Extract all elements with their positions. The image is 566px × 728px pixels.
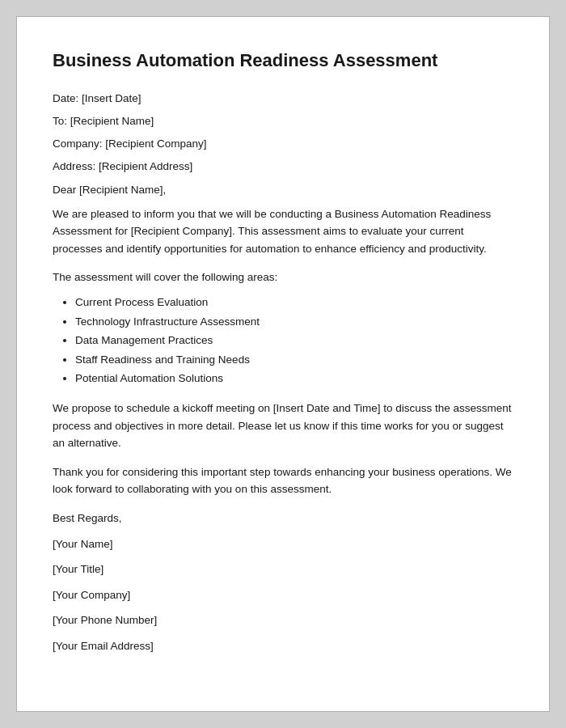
list-item: Technology Infrastructure Assessment	[75, 312, 513, 332]
list-intro: The assessment will cover the following …	[53, 269, 513, 286]
closing-phone: [Your Phone Number]	[53, 612, 513, 629]
meeting-paragraph: We propose to schedule a kickoff meeting…	[53, 400, 513, 452]
list-item: Data Management Practices	[75, 331, 513, 350]
list-item: Potential Automation Solutions	[75, 369, 513, 388]
list-item: Staff Readiness and Training Needs	[75, 350, 513, 370]
closing-name: [Your Name]	[53, 535, 513, 553]
document-title: Business Automation Readiness Assessment	[53, 49, 513, 73]
list-item: Current Process Evaluation	[75, 293, 513, 312]
salutation: Dear [Recipient Name],	[53, 184, 513, 196]
company-line: Company: [Recipient Company]	[53, 136, 513, 152]
closing-regards: Best Regards,	[53, 510, 513, 527]
closing-block: Best Regards, [Your Name] [Your Title] […	[53, 510, 513, 655]
closing-email: [Your Email Address]	[53, 637, 513, 655]
address-line: Address: [Recipient Address]	[53, 159, 513, 175]
assessment-areas-list: Current Process EvaluationTechnology Inf…	[75, 293, 513, 388]
closing-company: [Your Company]	[53, 586, 513, 604]
intro-paragraph: We are pleased to inform you that we wil…	[53, 205, 513, 258]
closing-title: [Your Title]	[53, 561, 513, 578]
date-line: Date: [Insert Date]	[53, 91, 513, 107]
document-container: Business Automation Readiness Assessment…	[16, 16, 550, 712]
thanks-paragraph: Thank you for considering this important…	[53, 463, 513, 498]
to-line: To: [Recipient Name]	[53, 113, 513, 129]
